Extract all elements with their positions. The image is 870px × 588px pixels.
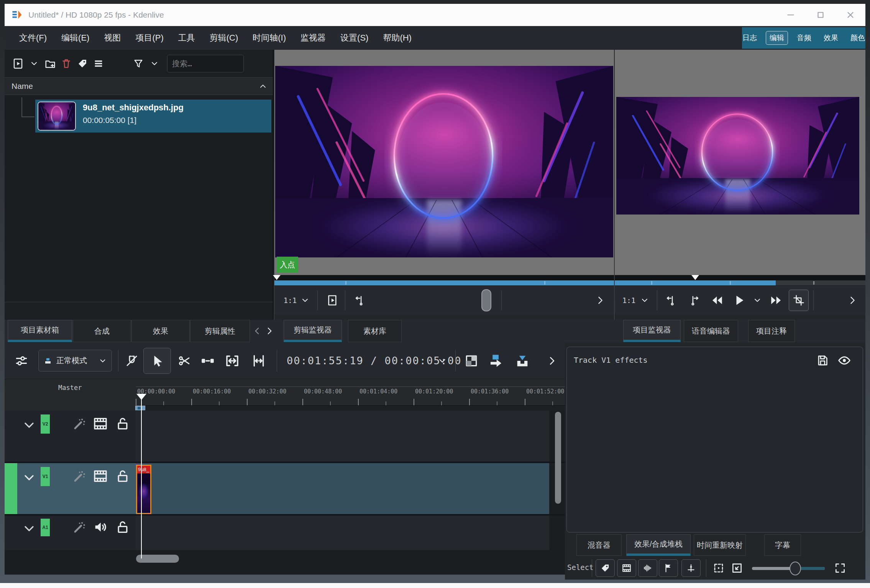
tab-compositions[interactable]: 合成	[73, 320, 131, 342]
menu-tools[interactable]: 工具	[178, 32, 195, 44]
zoom-dropdown-button[interactable]	[638, 286, 652, 315]
clip-thumbnail[interactable]	[38, 102, 76, 131]
fast-forward-button[interactable]	[766, 286, 786, 315]
menu-monitor[interactable]: 监视器	[300, 32, 326, 44]
playhead-marker[interactable]	[273, 275, 281, 280]
tab-project-monitor[interactable]: 项目监视器	[623, 320, 681, 342]
track-v2-header[interactable]: V2	[5, 411, 136, 462]
track-v2-lane[interactable]	[136, 411, 549, 462]
delete-button[interactable]	[58, 55, 74, 72]
bin-clip-row[interactable]: 9u8_net_shigjxedpsh.jpg 00:00:05:00 [1]	[5, 100, 273, 133]
timecode-menu-button[interactable]	[435, 342, 450, 379]
tabs-scroll-left-icon[interactable]	[252, 326, 262, 336]
lock-open-icon[interactable]	[115, 519, 130, 535]
track-options-button[interactable]	[11, 342, 31, 379]
track-v1-header[interactable]: V1	[5, 463, 136, 514]
sort-chevron-up-icon[interactable]	[258, 82, 268, 91]
playhead-triangle[interactable]	[136, 394, 146, 400]
select-audio-button[interactable]	[638, 559, 657, 577]
insert-zone-button[interactable]	[485, 342, 507, 379]
toolbar-overflow-button[interactable]	[544, 342, 560, 379]
play-button[interactable]	[729, 286, 750, 315]
mix-clips-button[interactable]	[461, 342, 481, 379]
track-a1-tag[interactable]: A1	[41, 519, 50, 536]
workspace-effects[interactable]: 效果	[820, 31, 842, 44]
add-clip-menu-button[interactable]	[26, 55, 42, 72]
tab-effect-stack[interactable]: 效果/合成堆栈	[626, 534, 691, 556]
clip-monitor-button[interactable]	[323, 286, 342, 315]
tab-time-remap[interactable]: 时间重新映射	[694, 534, 746, 556]
zoom-level-label[interactable]: 1:1	[619, 286, 639, 315]
zoom-dropdown-button[interactable]	[298, 286, 312, 315]
master-button[interactable]: Master	[58, 384, 82, 391]
select-keyframes-button[interactable]	[681, 559, 701, 577]
track-effects-wand-icon[interactable]	[72, 469, 87, 484]
menu-edit[interactable]: 编辑(E)	[61, 32, 89, 44]
edit-mode-dropdown[interactable]: 正常模式	[38, 350, 112, 372]
menu-view[interactable]: 视图	[104, 32, 121, 44]
tab-effects[interactable]: 效果	[131, 320, 190, 342]
tab-project-bin[interactable]: 项目素材箱	[8, 320, 72, 342]
razor-tool-button[interactable]	[175, 342, 194, 379]
zoom-corner-icon[interactable]	[731, 562, 743, 574]
zone-in-button[interactable]	[662, 286, 681, 315]
zone-out-button[interactable]	[685, 286, 704, 315]
minimize-icon[interactable]	[786, 10, 796, 20]
select-markers-button[interactable]	[659, 559, 678, 577]
horizontal-scrollbar[interactable]	[136, 555, 179, 563]
track-a1-header[interactable]: A1	[5, 516, 136, 550]
track-v1-lane[interactable]	[136, 463, 549, 514]
menu-settings[interactable]: 设置(S)	[340, 32, 368, 44]
tag-button[interactable]	[74, 55, 90, 72]
expand-fullscreen-icon[interactable]	[834, 562, 846, 574]
select-tags-button[interactable]	[596, 559, 615, 577]
collapse-chevron-icon[interactable]	[21, 418, 37, 433]
workspace-color[interactable]: 颜色	[847, 31, 868, 44]
filter-menu-button[interactable]	[146, 55, 163, 72]
collapse-chevron-icon[interactable]	[21, 470, 37, 485]
workspace-logging[interactable]: 日志	[739, 31, 760, 44]
select-clips-button[interactable]	[617, 559, 636, 577]
toolbar-overflow-button[interactable]	[845, 286, 860, 315]
slider-knob[interactable]	[790, 562, 801, 575]
tab-voice-editor[interactable]: 语音编辑器	[684, 320, 738, 342]
play-menu-button[interactable]	[750, 286, 765, 315]
track-effects-wand-icon[interactable]	[72, 520, 87, 535]
menu-project[interactable]: 项目(P)	[135, 32, 163, 44]
search-input[interactable]	[167, 55, 244, 72]
overwrite-zone-button[interactable]	[512, 342, 533, 379]
clip-monitor-ruler[interactable]	[274, 275, 614, 280]
audio-track-speaker-icon[interactable]	[93, 519, 108, 535]
menu-help[interactable]: 帮助(H)	[383, 32, 412, 44]
tab-library[interactable]: 素材库	[348, 320, 402, 342]
save-effect-stack-icon[interactable]	[816, 354, 829, 367]
track-a1-lane[interactable]	[136, 516, 549, 550]
fit-zoom-button[interactable]	[222, 342, 243, 379]
workspace-audio[interactable]: 音频	[793, 31, 815, 44]
tab-clip-properties[interactable]: 剪辑属性	[190, 320, 250, 342]
track-v1-tag[interactable]: V1	[41, 467, 50, 486]
tab-mixer[interactable]: 混音器	[576, 534, 622, 556]
lock-open-icon[interactable]	[115, 416, 130, 431]
spacer-tool-button[interactable]	[197, 342, 218, 379]
menu-file[interactable]: 文件(F)	[19, 32, 47, 44]
track-effects-wand-icon[interactable]	[72, 417, 87, 431]
slip-tool-button[interactable]	[248, 342, 269, 379]
timeline-clip[interactable]: 9u8_	[136, 465, 151, 514]
tab-clip-monitor[interactable]: 剪辑监视器	[284, 320, 342, 342]
collapse-chevron-icon[interactable]	[21, 521, 37, 536]
tab-subtitles[interactable]: 字幕	[764, 534, 801, 556]
tabs-scroll-right-icon[interactable]	[264, 326, 274, 336]
video-track-icon[interactable]	[93, 468, 108, 484]
toolbar-overflow-button[interactable]	[593, 286, 608, 315]
timeline-ruler[interactable]: Master 00:00:00:00 00:00:16:00 00:00:32:…	[5, 379, 565, 411]
filter-button[interactable]	[130, 55, 146, 72]
add-clip-button[interactable]	[10, 55, 26, 72]
tab-project-notes[interactable]: 项目注释	[748, 320, 795, 342]
maximize-icon[interactable]	[816, 10, 826, 20]
zone-in-button[interactable]	[350, 286, 369, 315]
selection-tool-button[interactable]	[143, 348, 171, 374]
track-v2-tag[interactable]: V2	[41, 414, 50, 434]
eye-toggle-icon[interactable]	[837, 354, 851, 367]
vertical-scrollbar[interactable]	[555, 412, 561, 504]
